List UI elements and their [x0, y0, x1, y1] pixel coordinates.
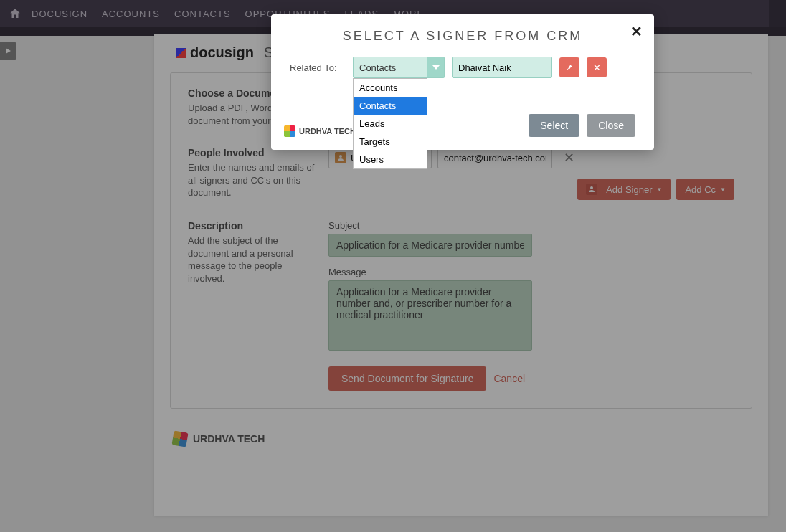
type-option-leads[interactable]: Leads [354, 115, 427, 133]
modal-close-button[interactable]: Close [587, 114, 635, 137]
type-select-toggle[interactable] [427, 57, 445, 78]
type-dropdown: Accounts Contacts Leads Targets Users [353, 78, 427, 169]
modal-close-icon[interactable]: ✕ [630, 23, 643, 40]
pin-button[interactable] [559, 57, 579, 77]
type-option-contacts[interactable]: Contacts [354, 97, 427, 115]
modal-title: SELECT A SIGNER FROM CRM [290, 29, 635, 44]
modal-select-button[interactable]: Select [529, 114, 579, 137]
type-select[interactable]: Contacts [353, 57, 427, 78]
select-signer-modal: SELECT A SIGNER FROM CRM ✕ Related To: C… [271, 14, 654, 150]
signer-name-value: Dhaivat Naik [458, 62, 511, 73]
related-to-row: Related To: Contacts Accounts Contacts L… [290, 57, 635, 78]
modal-mini-brand-text: URDHVA TECH [299, 127, 356, 136]
type-select-value: Contacts [359, 62, 396, 73]
type-option-targets[interactable]: Targets [354, 133, 427, 151]
urdhva-mini-icon [284, 125, 295, 137]
type-option-users[interactable]: Users [354, 151, 427, 168]
signer-name-field[interactable]: Dhaivat Naik [452, 57, 552, 78]
related-to-label: Related To: [290, 62, 346, 73]
type-select-wrap: Contacts Accounts Contacts Leads Targets… [353, 57, 445, 78]
clear-button[interactable]: ✕ [587, 57, 607, 77]
type-option-accounts[interactable]: Accounts [354, 79, 427, 97]
modal-mini-brand: URDHVA TECH [284, 125, 356, 137]
triangle-down-icon [432, 65, 440, 70]
